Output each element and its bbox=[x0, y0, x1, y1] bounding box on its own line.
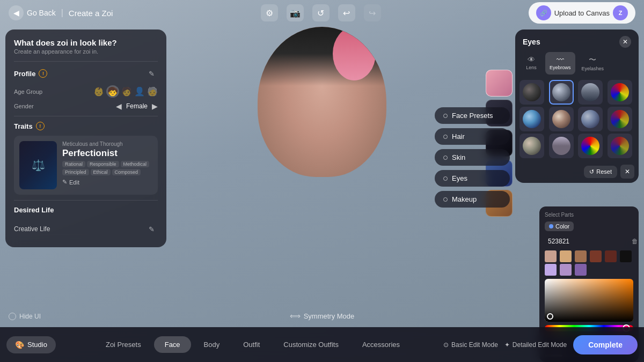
reset-button[interactable]: ↺ Reset bbox=[584, 166, 617, 178]
eyebrows-icon: 〰 bbox=[557, 55, 564, 64]
swatch-9[interactable] bbox=[575, 264, 587, 276]
studio-icon: 🎨 bbox=[15, 341, 24, 349]
swatch-6[interactable] bbox=[620, 250, 632, 262]
upload-canvas-button[interactable]: 🔗 Upload to Canvas Z bbox=[529, 2, 635, 24]
age-elder-icon[interactable]: 🧓 bbox=[147, 86, 158, 97]
color-dot bbox=[549, 224, 553, 228]
eye-option-11[interactable] bbox=[578, 134, 603, 158]
eyebrows-label: Eyebrows bbox=[550, 65, 571, 70]
eyes-panel-header: Eyes ✕ bbox=[515, 29, 639, 52]
age-baby-icon[interactable]: 👶 bbox=[93, 86, 104, 97]
eye-option-6[interactable] bbox=[549, 107, 574, 131]
swatch-4[interactable] bbox=[590, 250, 602, 262]
bottom-bar: 🎨 Studio Zoi Presets Face Body Outfit Cu… bbox=[0, 327, 644, 362]
eye-option-3[interactable] bbox=[578, 80, 603, 105]
gender-row: Gender ◀ Female ▶ bbox=[14, 102, 158, 110]
tab-zoi-presets[interactable]: Zoi Presets bbox=[95, 336, 152, 353]
gradient-cursor bbox=[547, 313, 553, 320]
eye-option-4[interactable] bbox=[608, 80, 632, 105]
skin-button[interactable]: Skin bbox=[435, 149, 510, 166]
eye-option-12[interactable] bbox=[608, 134, 632, 158]
redo-tool: ↪ bbox=[364, 4, 381, 21]
lens-icon: 👁 bbox=[528, 55, 535, 64]
top-bar: ◀ Go Back | Create a Zoi ⚙ 📷 ↺ ↩ ↪ 🔗 Upl… bbox=[0, 0, 644, 26]
swatch-1[interactable] bbox=[545, 250, 557, 262]
eye-orb-2 bbox=[552, 83, 570, 101]
swatch-8[interactable] bbox=[560, 264, 572, 276]
age-group-selector[interactable]: 👶 🧒 🧑 👤 🧓 bbox=[93, 85, 158, 98]
edit-trait-label: Edit bbox=[69, 179, 79, 186]
go-back-button[interactable]: ◀ Go Back bbox=[9, 5, 56, 20]
eyes-button[interactable]: Eyes bbox=[435, 170, 510, 187]
hair-button[interactable]: Hair bbox=[435, 128, 510, 145]
studio-label: Studio bbox=[27, 341, 47, 349]
eye-option-9[interactable] bbox=[519, 134, 544, 158]
studio-button[interactable]: 🎨 Studio bbox=[6, 336, 56, 353]
eye-orb-3 bbox=[581, 83, 599, 101]
eyes-tab-eyebrows[interactable]: 〰 Eyebrows bbox=[545, 52, 575, 75]
eye-orb-8 bbox=[611, 110, 629, 128]
trait-ethical: Ethical bbox=[91, 169, 111, 175]
tab-customize-outfits[interactable]: Customize Outfits bbox=[273, 336, 349, 353]
age-child-icon[interactable]: 🧒 bbox=[106, 85, 119, 98]
desired-life-edit-button[interactable]: ✎ bbox=[145, 223, 158, 235]
profile-title: Profile ! bbox=[14, 69, 47, 78]
settings-tool[interactable]: ⚙ bbox=[261, 4, 278, 21]
eye-option-5[interactable] bbox=[519, 107, 544, 131]
tab-body[interactable]: Body bbox=[193, 336, 231, 353]
complete-button[interactable]: Complete bbox=[573, 335, 638, 354]
eye-option-10[interactable] bbox=[549, 134, 574, 158]
makeup-label: Makeup bbox=[452, 195, 477, 203]
traits-card: ⚖️ Meticulous and Thorough Perfectionist… bbox=[14, 136, 158, 195]
eyes-close-button[interactable]: ✕ bbox=[619, 36, 631, 48]
eyes-tab-lens[interactable]: 👁 Lens bbox=[519, 52, 543, 75]
trash-icon[interactable]: 🗑 bbox=[632, 238, 638, 245]
symmetry-mode-button[interactable]: ⟺ Symmetry Mode bbox=[290, 312, 355, 320]
tab-accessories[interactable]: Accessories bbox=[352, 336, 411, 353]
eye-option-8[interactable] bbox=[608, 107, 632, 131]
undo-tool[interactable]: ↩ bbox=[338, 4, 355, 21]
eyes-panel-title: Eyes bbox=[523, 38, 540, 46]
swatch-2[interactable] bbox=[560, 250, 572, 262]
color-tab-label: Color bbox=[555, 223, 569, 230]
eye-option-2[interactable] bbox=[549, 80, 574, 105]
camera-tool[interactable]: 📷 bbox=[287, 4, 304, 21]
eyes-category-tabs: 👁 Lens 〰 Eyebrows 〜 Eyelashes bbox=[515, 52, 639, 78]
trait-methodical: Methodical bbox=[121, 161, 150, 167]
swatch-5[interactable] bbox=[605, 250, 617, 262]
tab-outfit[interactable]: Outfit bbox=[232, 336, 270, 353]
eye-orb-12 bbox=[611, 137, 629, 155]
basic-edit-mode-button[interactable]: ⊙ Basic Edit Mode bbox=[443, 341, 498, 349]
gender-label: Gender bbox=[14, 103, 34, 109]
swatch-7[interactable] bbox=[545, 264, 557, 276]
color-tab[interactable]: Color bbox=[545, 221, 574, 231]
swatch-3[interactable] bbox=[575, 250, 587, 262]
tab-face[interactable]: Face bbox=[154, 336, 191, 353]
eyes-actions: ↺ Reset ✕ bbox=[515, 162, 639, 183]
traits-warning-icon: ! bbox=[36, 122, 45, 130]
outfit-thumb-1[interactable] bbox=[486, 70, 513, 97]
refresh-tool[interactable]: ↺ bbox=[312, 4, 330, 21]
gender-next-button[interactable]: ▶ bbox=[152, 102, 158, 110]
hex-input[interactable] bbox=[545, 237, 632, 246]
eyes-tab-eyelashes[interactable]: 〜 Eyelashes bbox=[577, 52, 609, 75]
hex-row: 🗑 bbox=[545, 235, 633, 247]
gradient-picker[interactable] bbox=[545, 279, 633, 322]
traits-image: ⚖️ bbox=[19, 141, 57, 189]
profile-edit-button[interactable]: ✎ bbox=[145, 67, 158, 80]
age-teen-icon[interactable]: 🧑 bbox=[121, 86, 132, 97]
eye-orb-10 bbox=[552, 137, 570, 155]
hide-ui-button[interactable]: Hide UI bbox=[9, 313, 41, 320]
edit-trait-button[interactable]: ✎ Edit bbox=[62, 179, 152, 186]
traits-section-header: Traits ! bbox=[14, 122, 158, 130]
face-presets-button[interactable]: Face Presets bbox=[435, 107, 510, 124]
x-button[interactable]: ✕ bbox=[620, 165, 634, 179]
age-adult-icon[interactable]: 👤 bbox=[134, 86, 145, 97]
makeup-button[interactable]: Makeup bbox=[435, 191, 510, 208]
eye-option-7[interactable] bbox=[578, 107, 603, 131]
detailed-edit-mode-button[interactable]: ✦ Detailed Edit Mode bbox=[504, 341, 567, 349]
eye-option-1[interactable] bbox=[519, 80, 544, 105]
gender-prev-button[interactable]: ◀ bbox=[116, 102, 122, 110]
trait-principled: Principled bbox=[62, 169, 89, 175]
trait-rational: Rational bbox=[62, 161, 85, 167]
